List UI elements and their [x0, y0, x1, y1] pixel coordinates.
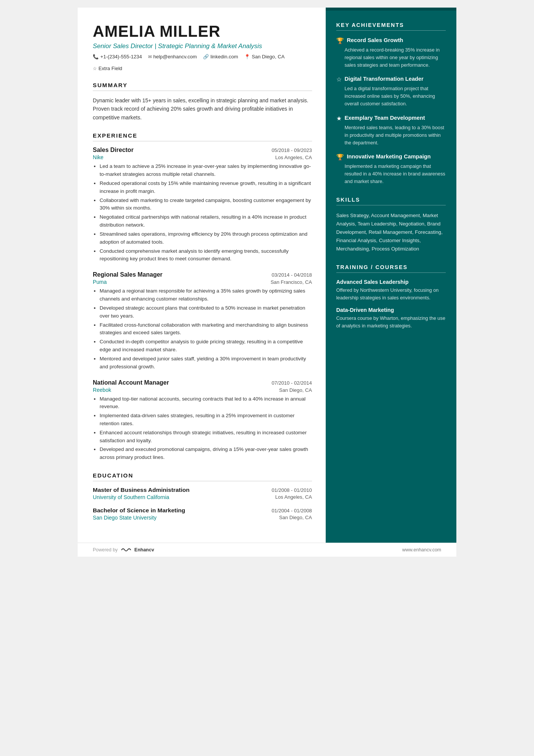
experience-section: EXPERIENCE Sales Director 05/2018 - 09/2…	[93, 132, 312, 462]
job-title-2: National Account Manager	[93, 379, 169, 386]
job-item-0: Sales Director 05/2018 - 09/2023 Nike Lo…	[93, 147, 312, 263]
achievement-header-3: 🏆 Innovative Marketing Campaign	[336, 153, 446, 161]
job-dates-1: 03/2014 - 04/2018	[272, 272, 312, 278]
experience-title: EXPERIENCE	[93, 132, 312, 141]
course-text-0: Offered by Northwestern University, focu…	[336, 286, 446, 302]
edu-item-0: Master of Business Administration 01/200…	[93, 487, 312, 500]
job-header-1: Regional Sales Manager 03/2014 - 04/2018	[93, 271, 312, 278]
contact-row: 📞 +1-(234)-555-1234 ✉ help@enhancv.com 🔗…	[93, 54, 312, 71]
star-icon: ☆	[93, 66, 97, 71]
footer-left: Powered by Enhancv	[93, 547, 154, 553]
bullet-2-0: Managed top-tier national accounts, secu…	[100, 395, 312, 411]
job-location-1: San Francisco, CA	[270, 279, 312, 285]
edu-header-0: Master of Business Administration 01/200…	[93, 487, 312, 493]
top-accent-bar	[326, 8, 456, 11]
job-location-0: Los Angeles, CA	[275, 155, 312, 160]
location-icon: 📍	[244, 54, 250, 59]
bullet-1-3: Conducted in-depth competitor analysis t…	[100, 338, 312, 354]
summary-title: SUMMARY	[93, 82, 312, 91]
edu-dates-1: 01/2004 - 01/2008	[272, 508, 312, 513]
job-header-2: National Account Manager 07/2010 - 02/20…	[93, 379, 312, 386]
achievement-text-2: Mentored sales teams, leading to a 30% b…	[336, 124, 446, 146]
linkedin-icon: 🔗	[203, 54, 209, 59]
skills-text: Sales Strategy, Account Management, Mark…	[336, 211, 446, 253]
course-text-1: Coursera course by Wharton, emphasizing …	[336, 315, 446, 330]
email-icon: ✉	[148, 54, 152, 59]
job-bullets-0: Led a team to achieve a 25% increase in …	[93, 163, 312, 263]
edu-subrow-0: University of Southern California Los An…	[93, 494, 312, 500]
job-location-2: San Diego, CA	[279, 387, 312, 393]
job-item-2: National Account Manager 07/2010 - 02/20…	[93, 379, 312, 462]
edu-degree-0: Master of Business Administration	[93, 487, 189, 493]
location-contact: 📍 San Diego, CA	[244, 54, 285, 59]
phone-contact: 📞 +1-(234)-555-1234	[93, 54, 142, 59]
job-subrow-0: Nike Los Angeles, CA	[93, 154, 312, 160]
footer: Powered by Enhancv www.enhancv.com	[78, 543, 456, 557]
brand-name: Enhancv	[134, 547, 154, 553]
skills-title: SKILLS	[336, 197, 446, 205]
linkedin-url: linkedin.com	[211, 54, 238, 59]
bullet-1-1: Developed strategic account plans that c…	[100, 304, 312, 320]
candidate-title: Senior Sales Director | Strategic Planni…	[93, 42, 312, 50]
job-company-1: Puma	[93, 279, 107, 285]
achievements-title: KEY ACHIEVEMENTS	[336, 22, 446, 31]
edu-location-1: San Diego, CA	[279, 515, 312, 521]
bullet-0-4: Streamlined sales operations, improving …	[100, 230, 312, 246]
phone-icon: 📞	[93, 54, 99, 59]
job-item-1: Regional Sales Manager 03/2014 - 04/2018…	[93, 271, 312, 371]
achievement-title-3: Innovative Marketing Campaign	[347, 153, 431, 160]
edu-degree-1: Bachelor of Science in Marketing	[93, 507, 185, 514]
bullet-0-2: Collaborated with marketing to create ta…	[100, 197, 312, 213]
achievement-header-1: ☆ Digital Transformation Leader	[336, 75, 446, 83]
email-contact: ✉ help@enhancv.com	[148, 54, 197, 59]
email-address: help@enhancv.com	[153, 54, 197, 59]
powered-by-text: Powered by	[93, 547, 118, 553]
achievement-text-1: Led a digital transformation project tha…	[336, 85, 446, 107]
enhancv-logo-icon	[120, 547, 132, 553]
achievement-title-0: Record Sales Growth	[347, 37, 403, 44]
job-dates-0: 05/2018 - 09/2023	[272, 147, 312, 153]
bullet-0-1: Reduced operational costs by 15% while m…	[100, 180, 312, 196]
edu-header-1: Bachelor of Science in Marketing 01/2004…	[93, 507, 312, 514]
achievement-header-0: 🏆 Record Sales Growth	[336, 37, 446, 44]
edu-dates-0: 01/2008 - 01/2010	[272, 487, 312, 493]
education-section: EDUCATION Master of Business Administrat…	[93, 472, 312, 521]
job-company-0: Nike	[93, 154, 103, 160]
job-title-1: Regional Sales Manager	[93, 271, 162, 278]
achievement-icon-3: 🏆	[336, 153, 344, 161]
courses-title: TRAINING / COURSES	[336, 264, 446, 273]
job-subrow-1: Puma San Francisco, CA	[93, 279, 312, 285]
achievement-text-0: Achieved a record-breaking 35% increase …	[336, 46, 446, 69]
bullet-0-3: Negotiated critical partnerships with na…	[100, 213, 312, 229]
resume-body: AMELIA MILLER Senior Sales Director | St…	[78, 8, 456, 543]
achievement-2: ★ Exemplary Team Development Mentored sa…	[336, 114, 446, 146]
extra-text: Extra Field	[98, 66, 122, 71]
summary-section: SUMMARY Dynamic leader with 15+ years in…	[93, 82, 312, 122]
job-bullets-1: Managed a regional team responsible for …	[93, 287, 312, 371]
bullet-2-1: Implemented data-driven sales strategies…	[100, 412, 312, 428]
bullet-0-5: Conducted comprehensive market analysis …	[100, 247, 312, 263]
header: AMELIA MILLER Senior Sales Director | St…	[93, 23, 312, 71]
job-subrow-2: Reebok San Diego, CA	[93, 387, 312, 393]
left-column: AMELIA MILLER Senior Sales Director | St…	[78, 8, 326, 543]
achievement-title-1: Digital Transformation Leader	[345, 75, 424, 83]
achievement-text-3: Implemented a marketing campaign that re…	[336, 163, 446, 185]
job-dates-2: 07/2010 - 02/2014	[272, 380, 312, 386]
achievement-icon-1: ☆	[336, 76, 342, 83]
course-title-1: Data-Driven Marketing	[336, 307, 446, 313]
job-bullets-2: Managed top-tier national accounts, secu…	[93, 395, 312, 462]
bullet-0-0: Led a team to achieve a 25% increase in …	[100, 163, 312, 178]
footer-website: www.enhancv.com	[402, 547, 441, 553]
achievement-0: 🏆 Record Sales Growth Achieved a record-…	[336, 37, 446, 69]
edu-school-0: University of Southern California	[93, 494, 169, 500]
education-title: EDUCATION	[93, 472, 312, 481]
courses-section: TRAINING / COURSES Advanced Sales Leader…	[336, 264, 446, 329]
extra-contact: ☆ Extra Field	[93, 66, 122, 71]
course-item-1: Data-Driven Marketing Coursera course by…	[336, 307, 446, 330]
job-header-0: Sales Director 05/2018 - 09/2023	[93, 147, 312, 153]
linkedin-contact: 🔗 linkedin.com	[203, 54, 238, 59]
achievement-icon-0: 🏆	[336, 37, 344, 44]
location-text: San Diego, CA	[252, 54, 285, 59]
bullet-1-4: Mentored and developed junior sales staf…	[100, 355, 312, 371]
job-title-0: Sales Director	[93, 147, 134, 153]
